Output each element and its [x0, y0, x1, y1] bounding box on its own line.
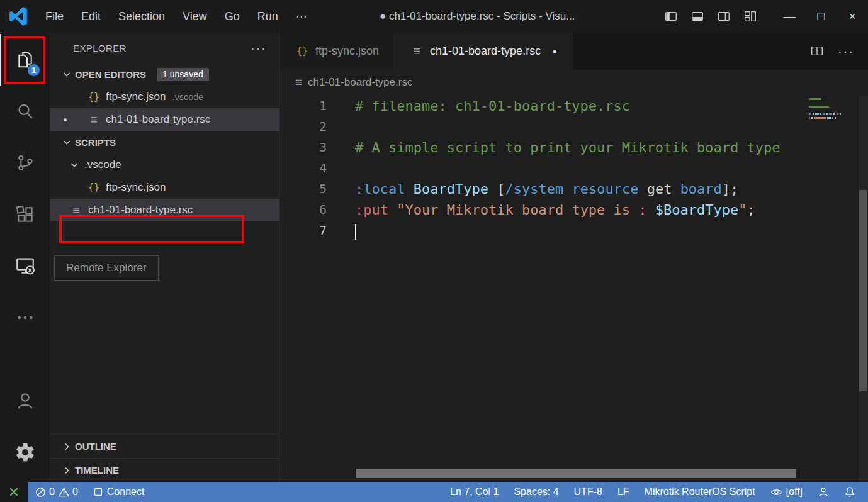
explorer-badge: 1 [27, 64, 40, 77]
status-bar-left: 0 0 Connect [0, 482, 152, 502]
status-label: Mikrotik RouterOS Script [645, 486, 755, 498]
modified-dot: ● [63, 115, 87, 124]
json-file-icon: {} [87, 91, 101, 103]
status-screencast-mode[interactable]: [off] [763, 482, 810, 502]
code-line-3[interactable]: 3# A simple script to print your Mikroti… [280, 137, 868, 158]
breadcrumbs[interactable]: ≡ ch1-01-board-type.rsc [280, 69, 868, 96]
tree-file-ch1-01-board-type.rsc[interactable]: ≡ch1-01-board-type.rsc [50, 199, 279, 221]
status-end-of-line[interactable]: LF [610, 482, 637, 502]
activity-explorer[interactable]: 1 [0, 34, 50, 86]
eye-icon [770, 486, 782, 498]
split-editor-icon[interactable] [810, 44, 824, 58]
account-icon [14, 390, 36, 411]
activity-extensions[interactable] [0, 189, 50, 240]
outline-label: OUTLINE [75, 441, 116, 452]
menu-run[interactable]: Run [249, 0, 287, 33]
scripts-file-tree: .vscode{}ftp-sync.json≡ch1-01-board-type… [50, 153, 279, 221]
error-count: 0 [49, 486, 55, 498]
tab-ftp-sync.json[interactable]: {}ftp-sync.json [280, 33, 395, 69]
activity-more-actions[interactable] [0, 292, 50, 343]
tab-label: ch1-01-board-type.rsc [430, 45, 541, 58]
script-file-icon: ≡ [87, 113, 101, 127]
status-connect[interactable]: Connect [86, 482, 152, 502]
code-line-2[interactable]: 2 [280, 116, 868, 137]
chevron-down-icon [62, 69, 72, 79]
line-number: 7 [280, 220, 327, 241]
customize-layout-icon[interactable] [743, 9, 757, 23]
status-cursor-position[interactable]: Ln 7, Col 1 [442, 482, 506, 502]
activity-settings[interactable] [0, 427, 50, 478]
person-icon [818, 486, 829, 498]
code-line-1[interactable]: 1# filename: ch1-01-board-type.rsc [280, 96, 868, 116]
remote-x-icon [8, 486, 20, 498]
menu-edit[interactable]: Edit [72, 0, 110, 33]
code-line-6[interactable]: 6:put "Your Mikrotik board type is : $Bo… [280, 199, 868, 220]
menu-selection[interactable]: Selection [110, 0, 174, 33]
script-file-icon: ≡ [410, 44, 424, 59]
status-label: [off] [786, 486, 803, 498]
code-editor[interactable]: 1# filename: ch1-01-board-type.rsc23# A … [280, 96, 868, 482]
folder-.vscode[interactable]: .vscode [50, 153, 279, 176]
status-notifications[interactable] [837, 482, 863, 502]
menu-file[interactable]: File [37, 0, 72, 33]
status-language-mode[interactable]: Mikrotik RouterOS Script [637, 482, 763, 502]
activity-source-control[interactable] [0, 137, 50, 189]
editor-group: {}ftp-sync.json≡ch1-01-board-type.rsc● ·… [280, 33, 868, 482]
status-bar-right: Ln 7, Col 1Spaces: 4UTF-8LFMikrotik Rout… [442, 482, 868, 502]
code-line-7[interactable]: 7 [280, 220, 868, 241]
status-indentation[interactable]: Spaces: 4 [506, 482, 566, 502]
status-bar: 0 0 Connect Ln 7, Col 1Spaces: 4UTF-8LFM… [0, 482, 868, 502]
tab-label: ftp-sync.json [315, 45, 379, 58]
menubar: FileEditSelectionViewGoRun··· [37, 0, 316, 33]
toggle-panel-icon[interactable] [690, 9, 704, 23]
toggle-primary-sidebar-icon[interactable] [664, 9, 678, 23]
close-button[interactable]: × [837, 0, 868, 33]
script-file-icon: ≡ [69, 203, 83, 218]
menu-view[interactable]: View [174, 0, 216, 33]
timeline-header[interactable]: TIMELINE [50, 458, 279, 482]
status-feedback[interactable] [810, 482, 837, 502]
sidebar-bottom-sections: OUTLINE TIMELINE [50, 434, 279, 482]
code-text: :put "Your Mikrotik board type is : $Boa… [355, 199, 755, 220]
code-text [355, 220, 356, 241]
tab-ch1-01-board-type.rsc[interactable]: ≡ch1-01-board-type.rsc● [395, 33, 573, 69]
menu-more[interactable]: ··· [287, 0, 316, 33]
open-editors-header[interactable]: OPEN EDITORS 1 unsaved [50, 63, 279, 86]
minimize-button[interactable]: — [774, 0, 805, 33]
menu-go[interactable]: Go [216, 0, 249, 33]
toggle-secondary-sidebar-icon[interactable] [717, 9, 731, 23]
status-encoding[interactable]: UTF-8 [566, 482, 610, 502]
remote-indicator[interactable] [0, 482, 28, 502]
code-line-5[interactable]: 5:local BoardType [/system resource get … [280, 179, 868, 199]
file-name: ftp-sync.json [106, 91, 166, 103]
editor-more-actions-icon[interactable]: ··· [838, 44, 854, 59]
horizontal-scrollbar-thumb[interactable] [356, 469, 796, 478]
outline-header[interactable]: OUTLINE [50, 434, 279, 458]
tabs: {}ftp-sync.json≡ch1-01-board-type.rsc● [280, 33, 573, 69]
json-file-icon: {} [295, 45, 309, 57]
line-number: 3 [280, 137, 327, 158]
line-number: 6 [280, 199, 327, 220]
folder-name: .vscode [84, 159, 121, 171]
minimap[interactable] [809, 98, 853, 125]
status-label: LF [617, 486, 629, 498]
open-editor-ch1-01-board-type.rsc[interactable]: ●≡ch1-01-board-type.rsc [50, 108, 279, 131]
activity-accounts[interactable] [0, 375, 50, 427]
status-label: UTF-8 [574, 486, 602, 498]
code-line-4[interactable]: 4 [280, 158, 868, 179]
status-label: Spaces: 4 [514, 486, 558, 498]
maximize-button[interactable]: □ [805, 0, 837, 33]
scripts-header[interactable]: SCRIPTS [50, 131, 279, 153]
status-problems[interactable]: 0 0 [28, 482, 86, 502]
vertical-scrollbar-thumb[interactable] [859, 190, 867, 391]
open-editor-ftp-sync.json[interactable]: {}ftp-sync.json.vscode [50, 86, 279, 108]
connect-icon [93, 487, 103, 497]
activity-remote-explorer[interactable] [0, 240, 50, 292]
source-control-icon [15, 153, 35, 173]
tree-file-ftp-sync.json[interactable]: {}ftp-sync.json [50, 176, 279, 199]
line-number: 5 [280, 179, 327, 199]
editor-actions: ··· [810, 33, 868, 69]
vscode-window: FileEditSelectionViewGoRun··· ● ch1-01-b… [0, 0, 868, 502]
explorer-more-actions[interactable]: ··· [251, 41, 267, 55]
activity-search[interactable] [0, 86, 50, 137]
